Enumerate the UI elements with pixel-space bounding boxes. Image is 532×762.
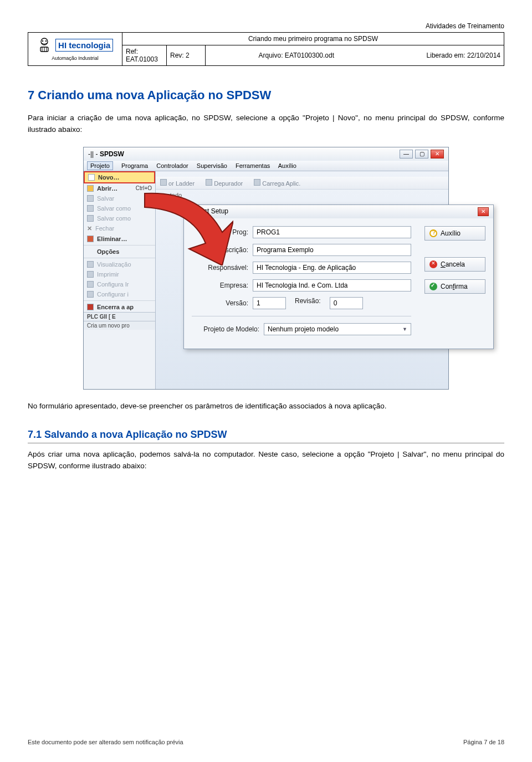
menu-item-imprimir: Imprimir [84, 269, 155, 279]
svg-point-1 [42, 40, 43, 42]
minimize-button[interactable]: — [400, 150, 413, 158]
red-arrow-icon [139, 188, 233, 267]
menu-item-salvar-label: Salvar [97, 195, 114, 202]
released-label: Liberado em: 22/10/2014 [427, 52, 500, 59]
preview-icon [87, 261, 94, 268]
new-file-icon [88, 174, 95, 181]
menu-item-encerra-label: Encerra a ap [97, 304, 134, 310]
input-responsavel[interactable] [253, 262, 411, 274]
menu-item-encerra[interactable]: Encerra a ap [84, 302, 155, 312]
input-descricao[interactable] [253, 244, 411, 256]
page-footer: Este documento pode ser alterado sem not… [28, 739, 504, 745]
doc-title: Criando meu primeiro programa no SPDSW [122, 33, 504, 45]
file-name: Arquivo: EAT0100300.odt [209, 52, 384, 59]
menu-programa[interactable]: Programa [121, 162, 148, 169]
delete-icon [87, 236, 94, 242]
dialog-confirma-button[interactable]: Confirma [424, 279, 485, 294]
menu-controlador[interactable]: Controlador [156, 162, 188, 169]
toolbar-item-ladder-label: or Ladder [168, 180, 195, 187]
logo-cell: HI tecnologia Automação Industrial [28, 33, 122, 66]
debug-icon [206, 179, 212, 186]
save-as-icon [87, 205, 94, 212]
menu-item-configura-ir-label: Configura Ir [97, 281, 129, 288]
company-mark-icon [37, 37, 52, 55]
menu-item-imprimir-label: Imprimir [97, 271, 119, 278]
menu-item-eliminar-label: Eliminar… [97, 236, 127, 242]
label-versao: Versão: [192, 299, 253, 307]
gear-icon [87, 281, 94, 288]
dialog-separator [192, 316, 411, 316]
combo-projeto-modelo-value: Nenhum projeto modelo [268, 325, 339, 333]
input-nome-prog[interactable] [253, 226, 411, 238]
menu-auxilio[interactable]: Auxílio [278, 162, 296, 169]
ref-label: Ref: EAT.01003 [122, 45, 167, 66]
footer-left: Este documento pode ser alterado sem not… [28, 739, 183, 745]
menu-item-fechar-label: Fechar [95, 225, 114, 232]
toolbar-item-carrega[interactable]: Carrega Aplic. [254, 179, 300, 187]
combo-projeto-modelo[interactable]: Nenhum projeto modelo ▼ [264, 323, 411, 335]
subsection-heading: 7.1 Salvando a nova Aplicação no SPDSW [28, 429, 504, 443]
status-bar-text: Cria um novo pro [84, 321, 155, 330]
toolbar-item-ladder[interactable]: or Ladder [160, 179, 195, 187]
help-icon [429, 229, 437, 237]
ok-icon [429, 283, 437, 290]
header-top-right: Atividades de Treinamento [28, 22, 504, 30]
input-empresa[interactable] [253, 279, 411, 291]
intro-paragraph: Para iniciar a criação de uma nova aplic… [28, 112, 504, 136]
menu-item-configurar-i: Configurar i [84, 289, 155, 299]
close-icon: ✕ [87, 225, 92, 232]
toolbar-item-depurador-label: Depurador [214, 180, 243, 187]
menu-item-opcoes-label: Opções [97, 248, 119, 255]
dialog-close-button[interactable]: ✕ [478, 207, 489, 216]
menu-item-salvar-como-label: Salvar como [97, 205, 131, 212]
save-icon [87, 195, 94, 202]
dialog-cancela-button[interactable]: Cancela [424, 257, 485, 272]
maximize-button[interactable]: ▢ [415, 150, 428, 158]
file-label: Arquivo: EAT0100300.odt Liberado em: 22/… [206, 45, 504, 66]
screenshot-figure: -|| - SPDSW — ▢ ✕ Projeto Programa Contr… [83, 147, 449, 390]
menu-item-salvar-como2-label: Salvar como [97, 215, 131, 222]
footer-right: Página 7 de 18 [463, 739, 504, 745]
logo-box: HI tecnologia [55, 39, 113, 52]
open-folder-icon [87, 185, 94, 192]
dialog-auxilio-label: Auxílio [441, 229, 461, 237]
menu-item-novo[interactable]: Novo… [84, 171, 155, 183]
menu-item-configurar-i-label: Configurar i [97, 291, 129, 298]
save-as-icon-2 [87, 215, 94, 222]
input-revisao[interactable] [330, 297, 363, 309]
subsection-paragraph: Após criar uma nova aplicação, podemos s… [28, 449, 504, 472]
menu-projeto[interactable]: Projeto [87, 161, 113, 170]
dialog-cancela-label: Cancela [441, 260, 465, 268]
ladder-icon [160, 179, 167, 186]
dialog-confirma-label: Confirma [441, 283, 468, 290]
toolbar-item-depurador[interactable]: Depurador [206, 179, 243, 187]
menu-item-visualizacao-label: Visualização [97, 261, 131, 268]
menu-separator-3 [84, 300, 155, 301]
cancel-icon [429, 260, 437, 268]
spdsw-window: -|| - SPDSW — ▢ ✕ Projeto Programa Contr… [83, 147, 449, 390]
window-title: SPDSW [100, 150, 124, 158]
dialog-auxilio-button[interactable]: Auxílio [424, 226, 485, 241]
gear-icon-2 [87, 291, 94, 298]
exit-icon [87, 304, 94, 310]
download-icon [254, 179, 260, 186]
print-icon [87, 271, 94, 278]
label-revisao: Revisão: [291, 297, 324, 309]
menu-ferramentas[interactable]: Ferramentas [236, 162, 270, 169]
input-versao[interactable] [253, 297, 286, 309]
rev-label: Rev: 2 [167, 45, 206, 66]
toolbar-item-carrega-label: Carrega Aplic. [262, 180, 300, 187]
logo-text-sub: Automação Industrial [32, 55, 119, 61]
menu-supervisao[interactable]: Supervisão [197, 162, 227, 169]
close-button[interactable]: ✕ [431, 150, 444, 158]
main-menu-bar: Projeto Programa Controlador Supervisão … [84, 161, 448, 171]
plc-info-line: PLC GII [ E [84, 312, 155, 321]
menu-item-configura-ir: Configura Ir [84, 279, 155, 289]
after-image-paragraph: No formulário apresentado, deve-se preen… [28, 401, 504, 412]
menu-item-novo-label: Novo… [98, 174, 120, 181]
spdsw-right-panel: or Ladder Depurador Carrega Aplic. necta… [156, 171, 448, 389]
window-titlebar: -|| - SPDSW — ▢ ✕ [84, 147, 448, 161]
svg-point-2 [45, 40, 47, 42]
logo-text-main: HI tecnologia [58, 40, 110, 50]
label-empresa: Empresa: [192, 282, 253, 289]
